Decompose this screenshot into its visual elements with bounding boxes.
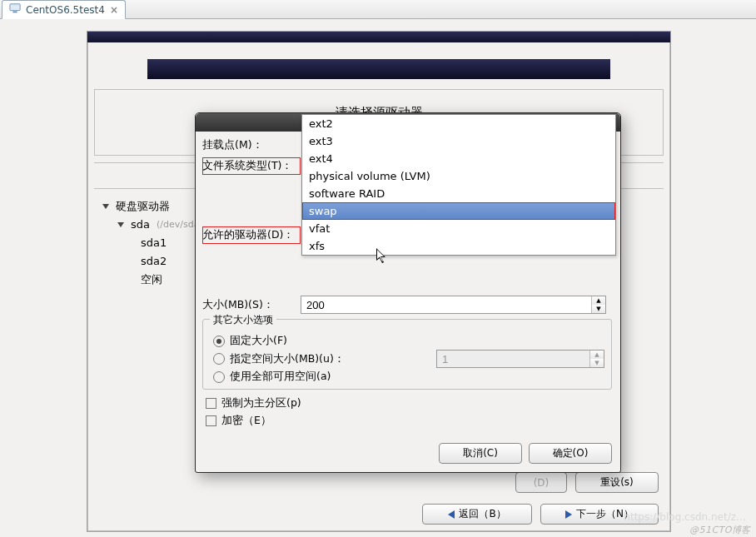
spin-down-icon[interactable]: ▼	[592, 305, 605, 313]
vm-tab-label: CentOS6.5test4	[26, 4, 105, 16]
checkbox-encrypt[interactable]	[206, 415, 216, 426]
installer-banner	[147, 59, 610, 79]
watermark-url: https://blog.csdn.net/z…	[624, 511, 746, 523]
fs-option-selected[interactable]: swap	[302, 202, 615, 220]
size-spinner[interactable]: ▲▼	[301, 296, 606, 314]
radio-fixed[interactable]	[213, 336, 225, 347]
cancel-button[interactable]: 取消(C)	[439, 443, 522, 464]
guest-desktop: 请选择源驱动器 设备 硬盘驱动器 sda(/dev/sda) sda1 sda2…	[0, 19, 756, 537]
monitor-icon	[9, 2, 21, 17]
svg-rect-0	[10, 4, 20, 11]
disabled-button: (D)	[515, 472, 567, 493]
upto-spinner: ▲▼	[436, 350, 604, 368]
size-input[interactable]	[301, 296, 591, 313]
size-options-title: 其它大小选项	[210, 313, 276, 327]
fs-option[interactable]: software RAID	[302, 185, 615, 202]
spin-up-icon[interactable]: ▲	[592, 296, 605, 305]
ok-button[interactable]: 确定(O)	[529, 443, 612, 464]
mount-point-label: 挂载点(M)：	[202, 138, 301, 152]
spin-up-icon: ▲	[590, 351, 604, 359]
fs-option[interactable]: ext2	[302, 115, 615, 132]
radio-fill[interactable]	[213, 371, 225, 383]
back-button[interactable]: 返回（B）	[422, 504, 532, 525]
upto-input	[437, 351, 589, 367]
arrow-right-icon	[565, 510, 572, 519]
size-label: 大小(MB)(S)：	[202, 298, 301, 312]
fs-option[interactable]: vfat	[302, 220, 615, 237]
encrypt-row[interactable]: 加密（E）	[206, 414, 612, 428]
opt-upto-row[interactable]: 指定空间大小(MB)(u)： ▲▼	[213, 350, 604, 368]
fs-option[interactable]: physical volume (LVM)	[302, 167, 615, 185]
arrow-left-icon	[448, 510, 455, 519]
mouse-cursor-icon	[376, 248, 388, 265]
chevron-down-icon	[102, 204, 109, 209]
spin-down-icon: ▼	[590, 359, 604, 367]
panel-footer-buttons: (D) 重设(s)	[515, 472, 659, 493]
window-titlebar	[87, 32, 670, 42]
fs-option[interactable]: ext3	[302, 132, 615, 150]
radio-upto[interactable]	[213, 353, 225, 365]
opt-fixed-row[interactable]: 固定大小(F)	[213, 334, 604, 348]
fs-type-label: 文件系统类型(T)：	[202, 157, 301, 175]
svg-rect-1	[12, 12, 17, 13]
checkbox-primary[interactable]	[206, 398, 216, 409]
size-options-group: 其它大小选项 固定大小(F) 指定空间大小(MB)(u)： ▲▼ 使	[202, 319, 612, 390]
primary-row[interactable]: 强制为主分区(p)	[206, 396, 612, 410]
fs-option[interactable]: ext4	[302, 150, 615, 167]
fs-option[interactable]: xfs	[302, 237, 615, 255]
watermark: @51CTO博客	[689, 524, 751, 536]
vm-tab[interactable]: CentOS6.5test4 ×	[2, 0, 126, 19]
close-icon[interactable]: ×	[110, 4, 118, 16]
dialog-footer: 取消(C) 确定(O)	[196, 438, 620, 472]
fs-type-dropdown[interactable]: ext2 ext3 ext4 physical volume (LVM) sof…	[301, 114, 616, 256]
vm-tab-bar: CentOS6.5test4 ×	[0, 0, 756, 19]
opt-fill-row[interactable]: 使用全部可用空间(a)	[213, 370, 604, 384]
chevron-down-icon	[117, 222, 124, 227]
reset-button[interactable]: 重设(s)	[575, 472, 659, 493]
allowed-drives-label: 允许的驱动器(D)：	[202, 226, 301, 244]
